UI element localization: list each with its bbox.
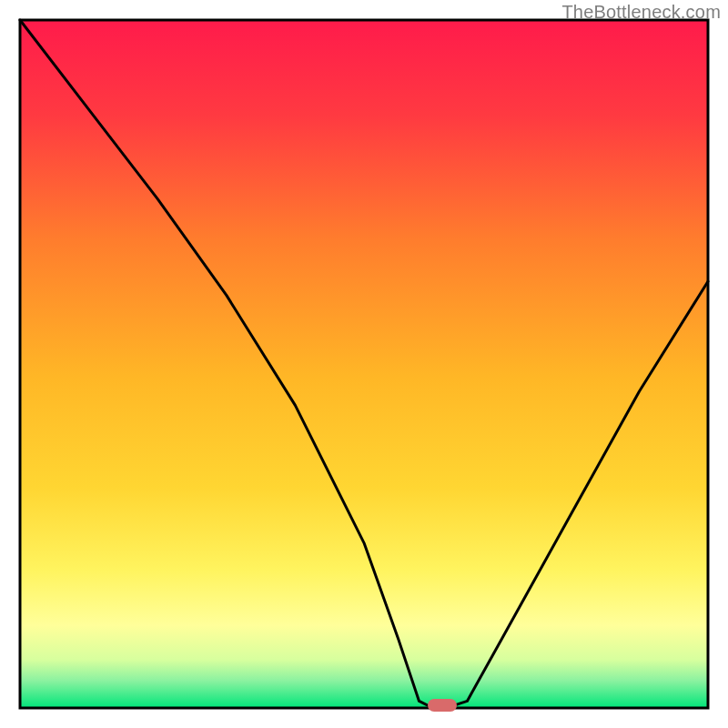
- optimal-marker: [428, 699, 457, 712]
- watermark-text: TheBottleneck.com: [561, 2, 721, 23]
- chart-container: TheBottleneck.com: [0, 0, 728, 728]
- bottleneck-chart: [0, 0, 728, 728]
- gradient-background: [20, 20, 708, 708]
